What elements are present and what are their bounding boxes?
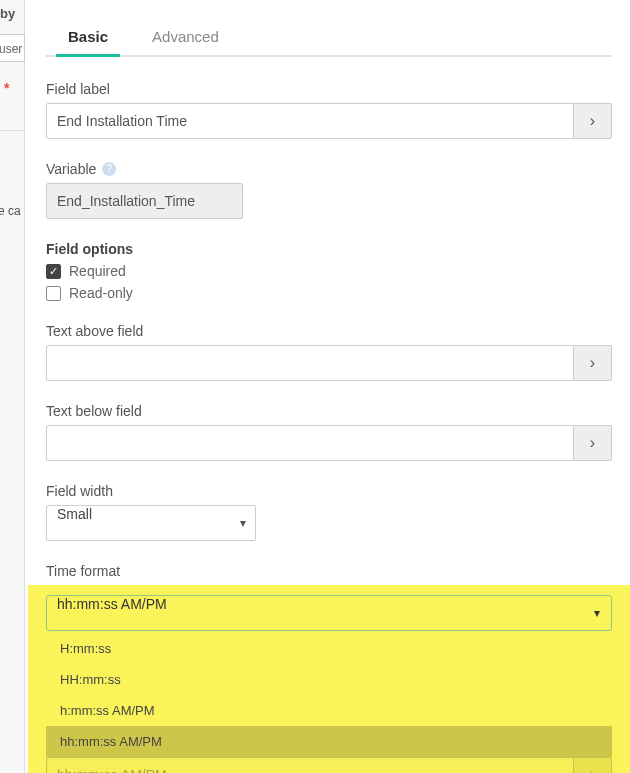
sliver-by-label: by bbox=[0, 6, 15, 21]
time-format-option-1[interactable]: HH:mm:ss bbox=[46, 664, 612, 695]
field-label-heading: Field label bbox=[46, 81, 612, 97]
field-options-heading: Field options bbox=[46, 241, 612, 257]
required-checkbox[interactable]: ✓ bbox=[46, 264, 61, 279]
field-config-panel: Basic Advanced Field label › Variable ? … bbox=[28, 0, 630, 773]
time-format-ghost-input bbox=[46, 757, 574, 773]
tab-basic[interactable]: Basic bbox=[46, 20, 130, 55]
field-width-heading: Field width bbox=[46, 483, 612, 499]
tabs: Basic Advanced bbox=[46, 0, 612, 57]
left-panel-sliver: by user * e ca bbox=[0, 0, 25, 773]
variable-heading: Variable ? bbox=[46, 161, 612, 177]
field-label-input[interactable] bbox=[46, 103, 574, 139]
chevron-right-icon: › bbox=[590, 354, 595, 372]
time-format-option-3[interactable]: hh:mm:ss AM/PM bbox=[46, 726, 612, 757]
text-above-heading: Text above field bbox=[46, 323, 612, 339]
text-below-input[interactable] bbox=[46, 425, 574, 461]
sliver-eca-text: e ca bbox=[0, 204, 21, 218]
readonly-checkbox[interactable] bbox=[46, 286, 61, 301]
required-checkbox-label: Required bbox=[69, 263, 126, 279]
required-star: * bbox=[4, 80, 9, 96]
time-format-heading: Time format bbox=[46, 563, 612, 579]
sliver-user-field[interactable]: user bbox=[0, 34, 25, 62]
help-icon[interactable]: ? bbox=[102, 162, 116, 176]
readonly-checkbox-label: Read-only bbox=[69, 285, 133, 301]
text-below-expand-button[interactable]: › bbox=[574, 425, 612, 461]
section-variable: Variable ? bbox=[46, 161, 612, 219]
time-format-select[interactable]: hh:mm:ss AM/PM bbox=[46, 595, 612, 631]
variable-input bbox=[46, 183, 243, 219]
section-field-options: Field options ✓ Required Read-only bbox=[46, 241, 612, 301]
required-checkbox-row[interactable]: ✓ Required bbox=[46, 263, 612, 279]
sliver-divider bbox=[0, 130, 24, 131]
chevron-right-icon: › bbox=[590, 766, 595, 773]
text-above-input[interactable] bbox=[46, 345, 574, 381]
chevron-right-icon: › bbox=[590, 434, 595, 452]
tab-advanced[interactable]: Advanced bbox=[130, 20, 241, 55]
field-label-expand-button[interactable]: › bbox=[574, 103, 612, 139]
text-above-expand-button[interactable]: › bbox=[574, 345, 612, 381]
section-text-above: Text above field › bbox=[46, 323, 612, 381]
chevron-right-icon: › bbox=[590, 112, 595, 130]
time-format-ghost-row: › bbox=[46, 757, 612, 773]
time-format-dropdown: H:mm:ss HH:mm:ss h:mm:ss AM/PM hh:mm:ss … bbox=[46, 633, 612, 757]
variable-label-text: Variable bbox=[46, 161, 96, 177]
section-text-below: Text below field › bbox=[46, 403, 612, 461]
section-field-width: Field width Small bbox=[46, 483, 612, 541]
text-below-heading: Text below field bbox=[46, 403, 612, 419]
section-field-label: Field label › bbox=[46, 81, 612, 139]
time-format-ghost-button[interactable]: › bbox=[574, 757, 612, 773]
time-format-highlight: hh:mm:ss AM/PM H:mm:ss HH:mm:ss h:mm:ss … bbox=[28, 585, 630, 773]
field-width-select[interactable]: Small bbox=[46, 505, 256, 541]
readonly-checkbox-row[interactable]: Read-only bbox=[46, 285, 612, 301]
time-format-option-2[interactable]: h:mm:ss AM/PM bbox=[46, 695, 612, 726]
time-format-option-0[interactable]: H:mm:ss bbox=[46, 633, 612, 664]
